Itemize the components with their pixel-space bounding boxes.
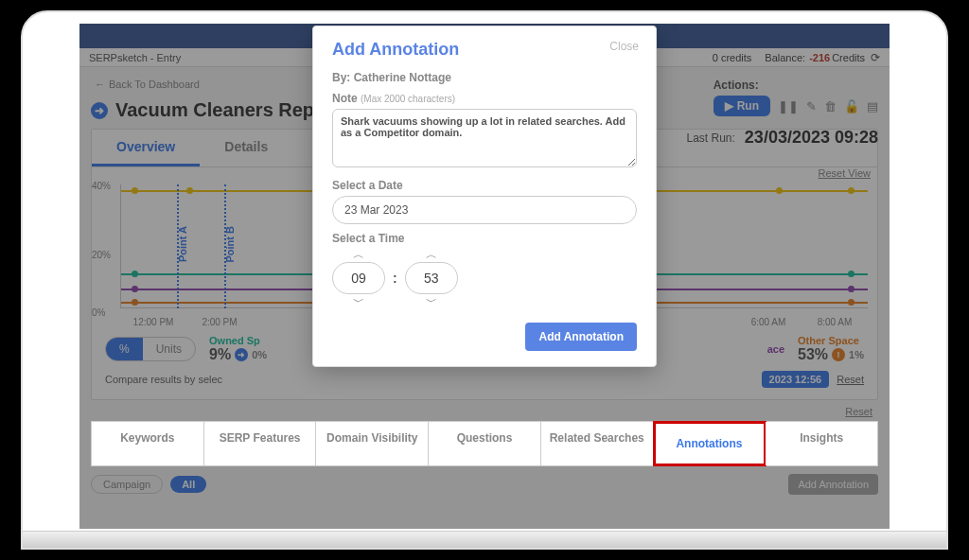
filter-all[interactable]: All: [170, 476, 206, 493]
marker-point-a: Point A: [177, 226, 188, 262]
minute-up-icon[interactable]: ︿: [426, 249, 437, 260]
btab-domain-visibility[interactable]: Domain Visibility: [316, 422, 429, 465]
btab-keywords[interactable]: Keywords: [92, 422, 204, 465]
pause-icon[interactable]: ❚❚: [778, 99, 799, 114]
btab-annotations[interactable]: Annotations: [654, 422, 766, 465]
reset-link[interactable]: Reset: [91, 406, 872, 417]
tab-details[interactable]: Details: [200, 130, 292, 166]
unit-toggle[interactable]: % Units: [105, 337, 196, 361]
date-label: Select a Date: [332, 179, 637, 192]
hour-input[interactable]: 09: [332, 262, 385, 294]
date-input[interactable]: [332, 196, 637, 224]
hour-down-icon[interactable]: ﹀: [353, 296, 364, 307]
play-icon: ▶: [725, 99, 733, 113]
compare-text: Compare results by selec: [105, 374, 222, 385]
time-label: Select a Time: [332, 232, 637, 245]
toggle-percent[interactable]: %: [106, 338, 143, 360]
actions-label: Actions:: [714, 79, 878, 92]
minute-input[interactable]: 53: [405, 262, 458, 294]
add-annotation-modal: Close Add Annotation By: Catherine Notta…: [312, 26, 657, 367]
stat-other-value: 53%: [798, 346, 828, 363]
app-tag: SERPsketch - Entry: [89, 52, 181, 63]
trash-icon[interactable]: 🗑: [824, 99, 837, 114]
stat-owned-label: Owned Sp: [209, 335, 267, 346]
trend-down-icon: !: [832, 348, 845, 361]
note-label: Note: [332, 92, 358, 105]
run-button[interactable]: ▶ Run: [714, 96, 770, 116]
btab-related-searches[interactable]: Related Searches: [541, 422, 654, 465]
btab-serp-features[interactable]: SERP Features: [204, 422, 317, 465]
note-hint: (Max 2000 characters): [361, 94, 455, 104]
add-annotation-button-secondary[interactable]: Add Annotation: [788, 474, 878, 495]
unlock-icon[interactable]: 🔓: [844, 99, 859, 114]
edit-icon[interactable]: ✎: [806, 99, 817, 114]
btab-insights[interactable]: Insights: [766, 422, 877, 465]
modal-title: Add Annotation: [332, 40, 637, 60]
last-run-value: 23/03/2023 09:28: [745, 128, 878, 148]
trend-icon: ➜: [235, 348, 248, 361]
stat-space-label: ace: [767, 343, 784, 355]
tab-overview[interactable]: Overview: [92, 130, 200, 166]
reset-view-link[interactable]: Reset View: [819, 167, 871, 179]
stat-owned-value: 9%: [209, 346, 231, 363]
balance-label: Balance:: [765, 52, 805, 63]
btab-questions[interactable]: Questions: [429, 422, 541, 465]
note-textarea[interactable]: [332, 109, 637, 167]
balance-value: -216: [809, 52, 830, 63]
toggle-units[interactable]: Units: [143, 338, 195, 360]
back-arrow-icon: ←: [95, 79, 105, 90]
by-label: By:: [332, 71, 350, 84]
modal-close[interactable]: Close: [609, 40, 639, 53]
page-bullet-icon: ➜: [91, 102, 108, 119]
archive-icon[interactable]: ▤: [867, 99, 878, 114]
marker-point-b: Point B: [224, 226, 236, 263]
compare-reset[interactable]: Reset: [837, 374, 864, 385]
add-annotation-submit[interactable]: Add Annotation: [525, 323, 637, 351]
balance-suffix: Credits: [832, 52, 865, 63]
minute-down-icon[interactable]: ﹀: [426, 296, 437, 307]
page-title: Vacuum Cleaners Rep: [115, 99, 314, 121]
last-run-label: Last Run:: [686, 131, 734, 145]
credits-zero: 0 credits: [713, 52, 752, 63]
filter-campaign[interactable]: Campaign: [91, 475, 163, 494]
refresh-icon[interactable]: ⟳: [871, 51, 880, 64]
by-value: Catherine Nottage: [354, 71, 451, 84]
stat-other-label: Other Space: [798, 335, 864, 346]
compare-timestamp[interactable]: 2023 12:56: [762, 371, 830, 388]
hour-up-icon[interactable]: ︿: [353, 249, 364, 260]
